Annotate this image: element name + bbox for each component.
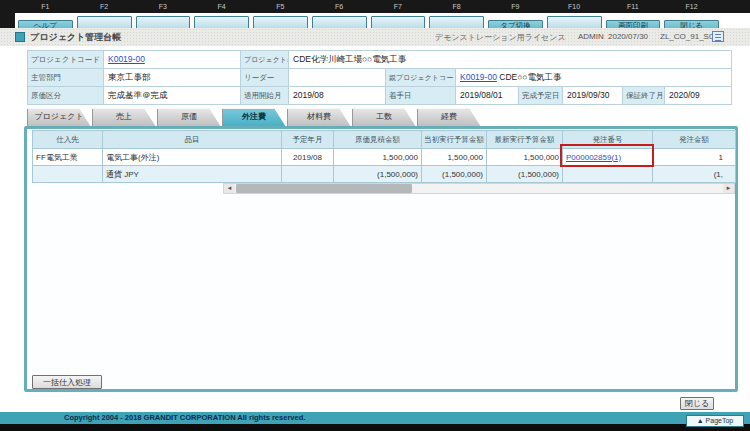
page-top-link[interactable]: ▲ PageTop [686,415,744,427]
cell-latest-budget: (1,500,000) [487,166,563,183]
fkey-button-bar: ヘルプ タブ切換 画面印刷 閉じる [16,13,721,29]
fkey-label-bar: F1 F2 F3 F4 F5 F6 F7 F8 F9 F10 F11 F12 [0,0,750,13]
col-header-item: 品目 [103,131,282,149]
tab-sales[interactable]: 売上 [92,108,156,127]
end-date-label: 完成予定日 [518,86,563,105]
cell-item: 通貨 JPY [103,166,282,183]
cost-class-label: 原価区分 [27,86,104,105]
start-date-label: 着手日 [385,86,456,105]
dept-value: 東京工事部 [103,68,241,87]
subcontract-grid: 仕入先 品目 予定年月 原価見積金額 当初実行予算金額 最新実行予算金額 発注番… [32,130,736,183]
col-header-month: 予定年月 [282,131,334,149]
fkey-label: F6 [310,0,369,13]
horizontal-scrollbar[interactable]: ◄ ► [223,183,735,194]
corner-fill [0,0,15,28]
app-window: F1 F2 F3 F4 F5 F6 F7 F8 F9 F10 F11 F12 ヘ… [0,0,750,431]
leader-label: リーダー [240,68,289,87]
scroll-left-arrow-icon[interactable]: ◄ [224,184,235,193]
bottom-border-bar [0,424,750,431]
fkey-label: F11 [604,0,663,13]
cell-estimate: 1,500,000 [334,149,422,166]
order-number-link[interactable]: P000002859(1) [566,153,621,162]
parent-project-code-link[interactable]: K0019-00 [460,72,497,82]
col-header-latest-budget: 最新実行予算金額 [487,131,563,149]
cell-month: 2019/08 [282,149,334,166]
cell-latest-budget: 1,500,000 [487,149,563,166]
footer-bar: Copyright 2004 - 2018 GRANDIT CORPORATIO… [0,412,750,424]
col-header-supplier: 仕入先 [33,131,103,149]
parent-project-code-label: 親プロジェクトコード [385,68,456,87]
cell-order-no: P000002859(1) [563,149,653,166]
col-header-order-amount: 発注金額 [653,131,736,149]
table-row: 通貨 JPY (1,500,000) (1,500,000) (1,500,00… [33,166,736,183]
scrollbar-thumb[interactable] [236,184,412,193]
tab-manhours[interactable]: 工数 [352,108,416,127]
parent-project-value: K0019-00 CDE○○電気工事 [455,68,732,87]
tab-expenses[interactable]: 経費 [417,108,481,127]
fkey-label: F7 [369,0,428,13]
col-header-estimate: 原価見積金額 [334,131,422,149]
fkey-label: F9 [486,0,545,13]
project-code-label: プロジェクトコード [27,50,104,69]
cell-order-no [563,166,653,183]
fkey-label: F3 [134,0,193,13]
cell-order-amount: 1 [653,149,736,166]
start-date-value: 2019/08/01 [455,86,519,105]
warranty-label: 保証終了月 [622,86,665,105]
cell-estimate: (1,500,000) [334,166,422,183]
project-name-label: プロジェクト名 [240,50,289,69]
fkey-label: F2 [75,0,134,13]
license-text: デモンストレーション用ライセンス [435,32,566,43]
cost-class-value: 完成基準＠完成 [103,86,241,105]
tab-cost[interactable]: 原価 [157,108,221,127]
project-code-field: K0019-00 [103,50,241,69]
cell-item: 電気工事(外注) [103,149,282,166]
col-header-initial-budget: 当初実行予算金額 [422,131,487,149]
cell-supplier: FF電気工業 [33,149,103,166]
page-title: プロジェクト管理台帳 [30,31,121,44]
close-button[interactable]: 閉じる [680,397,714,410]
user-name: ADMIN [578,32,604,41]
apply-month-value: 2019/08 [288,86,386,105]
fkey-label: F5 [251,0,310,13]
leader-value [288,68,386,87]
copyright-text: Copyright 2004 - 2018 GRANDIT CORPORATIO… [64,412,305,424]
cell-supplier [33,166,103,183]
app-icon [15,32,25,42]
cell-order-amount: (1, [653,166,736,183]
cell-initial-budget: (1,500,000) [422,166,487,183]
scroll-right-arrow-icon[interactable]: ► [723,184,734,193]
batch-purchase-button[interactable]: 一括仕入処理 [32,375,102,389]
col-header-order-no: 発注番号 [563,131,653,149]
project-code-link[interactable]: K0019-00 [108,54,145,64]
dept-label: 主管部門 [27,68,104,87]
fkey-label: F12 [662,0,721,13]
fkey-label: F4 [192,0,251,13]
tab-project[interactable]: プロジェクト [27,108,91,127]
memo-icon[interactable] [712,31,724,42]
title-bar: プロジェクト管理台帳 デモンストレーション用ライセンス ADMIN 2020/0… [0,28,750,46]
cell-initial-budget: 1,500,000 [422,149,487,166]
fkey-label: F8 [427,0,486,13]
cell-month [282,166,334,183]
screen-code: ZL_CO_91_S06 [660,32,718,41]
tab-subcontract[interactable]: 外注費 [222,108,286,127]
apply-month-label: 適用開始月 [240,86,289,105]
fkey-label: F1 [16,0,75,13]
tab-material[interactable]: 材料費 [287,108,351,127]
parent-project-name: CDE○○電気工事 [499,72,561,82]
warranty-value: 2020/09 [664,86,732,105]
system-date: 2020/07/30 [608,32,648,41]
project-name-value: CDE化学川崎工場○○電気工事 [288,50,732,69]
end-date-value: 2019/09/30 [562,86,623,105]
fkey-label: F10 [545,0,604,13]
table-row: FF電気工業 電気工事(外注) 2019/08 1,500,000 1,500,… [33,149,736,166]
